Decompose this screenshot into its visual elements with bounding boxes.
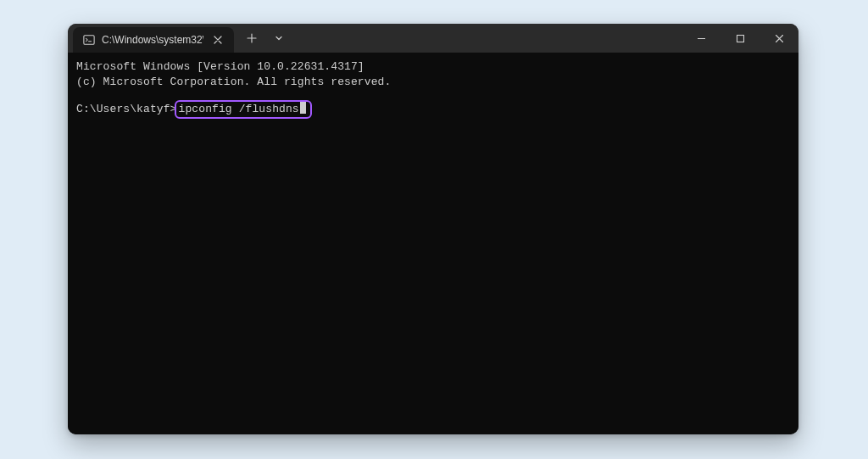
maximize-button[interactable] (721, 24, 760, 53)
terminal-icon (83, 34, 95, 46)
terminal-command: ipconfig /flushdns (179, 103, 299, 115)
titlebar[interactable]: C:\Windows\system32\cmd.e (68, 24, 798, 53)
minimize-button[interactable] (682, 24, 721, 53)
tab-actions (239, 24, 292, 53)
tab-cmd[interactable]: C:\Windows\system32\cmd.e (73, 27, 234, 53)
terminal-body[interactable]: Microsoft Windows [Version 10.0.22631.43… (68, 53, 798, 434)
terminal-prompt: C:\Users\katyf> (76, 103, 177, 115)
close-button[interactable] (760, 24, 798, 53)
titlebar-drag-region[interactable] (292, 24, 682, 53)
terminal-output-line: Microsoft Windows [Version 10.0.22631.43… (76, 60, 364, 73)
tab-title: C:\Windows\system32\cmd.e (102, 27, 203, 53)
tab-dropdown-button[interactable] (266, 24, 292, 53)
svg-rect-3 (737, 35, 743, 42)
terminal-window: C:\Windows\system32\cmd.e (68, 24, 798, 434)
window-controls (682, 24, 798, 53)
tab-close-button[interactable] (210, 32, 225, 48)
svg-rect-0 (84, 36, 94, 45)
cursor-icon (300, 102, 306, 114)
command-highlight: ipconfig /flushdns (175, 100, 312, 119)
terminal-output-line: (c) Microsoft Corporation. All rights re… (76, 76, 391, 88)
new-tab-button[interactable] (239, 24, 264, 53)
